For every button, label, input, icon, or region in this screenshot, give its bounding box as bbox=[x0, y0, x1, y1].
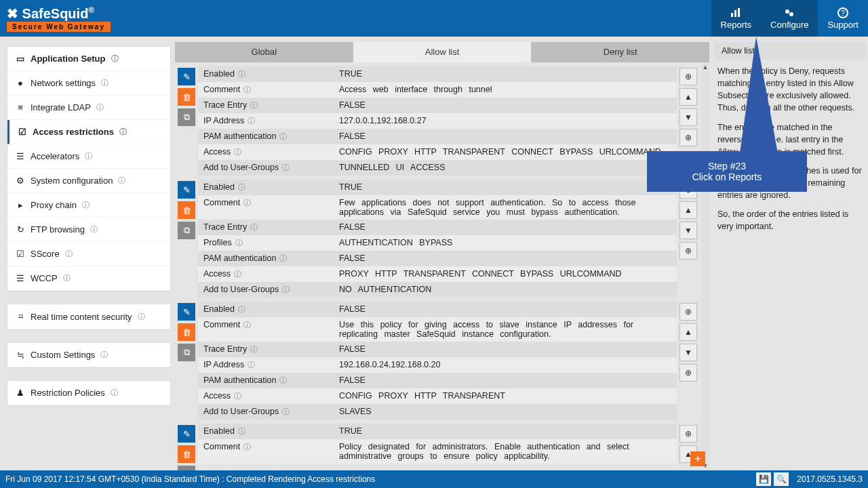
scrollbar[interactable]: ▲ ▼ bbox=[701, 62, 709, 470]
field-value: Access web interface through tunnel bbox=[334, 82, 677, 98]
field-label: Add to User-Groups ⓘ bbox=[198, 160, 334, 176]
sidebar-item-proxy-chain[interactable]: ▸Proxy chainⓘ bbox=[7, 193, 170, 218]
info-icon: ⓘ bbox=[235, 238, 243, 248]
sidebar-item-sscore[interactable]: ☑SScoreⓘ bbox=[7, 242, 170, 266]
info-icon: ⓘ bbox=[238, 426, 245, 436]
delete-button[interactable]: 🗑 bbox=[178, 201, 195, 219]
move-down-button[interactable]: ▼ bbox=[679, 222, 697, 239]
move-top-button[interactable]: ⊕ bbox=[679, 303, 697, 321]
nav-configure[interactable]: Configure bbox=[761, 0, 818, 37]
field-label: IP Address ⓘ bbox=[198, 357, 334, 373]
sidebar-item-label: Restriction Policies bbox=[31, 388, 105, 398]
sidebar-item-restriction-policies[interactable]: ♟Restriction Policiesⓘ bbox=[7, 381, 170, 405]
edit-button[interactable]: ✎ bbox=[178, 181, 195, 199]
info-icon: ⓘ bbox=[250, 344, 258, 354]
field-label: Trace Entry ⓘ bbox=[198, 220, 334, 235]
item-icon: ☑ bbox=[16, 249, 25, 259]
policy-row: Comment ⓘFew applications does not suppo… bbox=[198, 195, 677, 220]
field-value: TRUE bbox=[334, 424, 677, 439]
field-label: Trace Entry ⓘ bbox=[198, 98, 334, 113]
move-up-button[interactable]: ▲ bbox=[679, 88, 697, 106]
info-icon: ⓘ bbox=[243, 320, 251, 339]
save-button[interactable]: 💾 bbox=[756, 472, 771, 486]
field-label: Enabled ⓘ bbox=[198, 66, 334, 82]
gears-icon bbox=[784, 7, 795, 18]
move-bottom-button[interactable]: ⊕ bbox=[679, 242, 697, 260]
policy-row: Add to User-Groups ⓘSLAVES bbox=[198, 404, 677, 420]
item-icon: ☰ bbox=[16, 273, 25, 283]
info-icon: ⓘ bbox=[238, 304, 245, 314]
field-value: CONFIG PROXY HTTP TRANSPARENT bbox=[334, 388, 677, 404]
sidebar-item-real-time-content-security[interactable]: ⌗Real time content securityⓘ bbox=[7, 304, 170, 329]
move-up-button[interactable]: ▲ bbox=[679, 323, 697, 341]
svg-marker-7 bbox=[740, 37, 778, 153]
info-icon: ⓘ bbox=[85, 151, 92, 161]
sidebar-header[interactable]: ▭ Application Setup ⓘ bbox=[7, 47, 170, 71]
move-top-button[interactable]: ⊕ bbox=[679, 425, 697, 443]
item-icon: ⌗ bbox=[16, 311, 25, 322]
copy-button[interactable]: ⧉ bbox=[178, 466, 195, 470]
info-icon: ⓘ bbox=[234, 269, 241, 279]
info-icon: ⓘ bbox=[65, 249, 73, 259]
field-value: FALSE bbox=[334, 98, 677, 113]
policy-row: Profiles ⓘAUTHENTICATION BYPASS bbox=[198, 235, 677, 251]
sidebar-item-integrate-ldap[interactable]: ≡Integrate LDAPⓘ bbox=[7, 96, 170, 120]
move-up-button[interactable]: ▲ bbox=[679, 201, 697, 219]
move-top-button[interactable]: ⊕ bbox=[679, 68, 697, 85]
edit-button[interactable]: ✎ bbox=[178, 303, 195, 321]
move-down-button[interactable]: ▼ bbox=[679, 344, 697, 361]
tab-deny-list[interactable]: Deny list bbox=[531, 42, 709, 62]
svg-text:?: ? bbox=[841, 9, 845, 17]
scroll-up-icon[interactable]: ▲ bbox=[701, 62, 709, 72]
add-policy-button[interactable]: + bbox=[690, 451, 705, 466]
info-icon: ⓘ bbox=[238, 182, 245, 192]
info-icon: ⓘ bbox=[250, 222, 258, 232]
copy-button[interactable]: ⧉ bbox=[178, 108, 195, 126]
copy-button[interactable]: ⧉ bbox=[178, 344, 195, 361]
info-icon: ⓘ bbox=[238, 69, 245, 79]
edit-button[interactable]: ✎ bbox=[178, 425, 195, 443]
delete-button[interactable]: 🗑 bbox=[178, 445, 195, 463]
policy-row: Access ⓘCONFIG PROXY HTTP TRANSPARENT bbox=[198, 388, 677, 404]
nav-support[interactable]: ? Support bbox=[818, 0, 868, 37]
delete-button[interactable]: 🗑 bbox=[178, 323, 195, 341]
tab-global[interactable]: Global bbox=[175, 42, 353, 62]
field-value: AUTHENTICATION BYPASS bbox=[334, 235, 677, 251]
policy-block: ✎🗑⧉Enabled ⓘTRUEComment ⓘFew application… bbox=[175, 180, 700, 298]
policy-row: PAM authentication ⓘFALSE bbox=[198, 251, 677, 266]
copy-button[interactable]: ⧉ bbox=[178, 222, 195, 239]
sidebar-item-accelerators[interactable]: ☰Acceleratorsⓘ bbox=[7, 144, 170, 169]
sidebar-item-wccp[interactable]: ☰WCCPⓘ bbox=[7, 266, 170, 291]
field-value: FALSE bbox=[334, 302, 677, 317]
edit-button[interactable]: ✎ bbox=[178, 68, 195, 85]
item-icon: ☑ bbox=[18, 127, 27, 137]
callout-text: Click on Reports bbox=[692, 171, 762, 182]
item-icon: ⚙ bbox=[16, 176, 25, 186]
move-bottom-button[interactable]: ⊕ bbox=[679, 129, 697, 146]
policy-block: ✎🗑⧉Enabled ⓘFALSEComment ⓘUse this polic… bbox=[175, 302, 700, 420]
tab-allow-list[interactable]: Allow list bbox=[353, 42, 532, 62]
sidebar-item-system-configuration[interactable]: ⚙System configurationⓘ bbox=[7, 169, 170, 193]
field-value: Policy designated for administrators. En… bbox=[334, 439, 677, 464]
move-down-button[interactable]: ▼ bbox=[679, 108, 697, 126]
sidebar-item-custom-settings[interactable]: ≒Custom Settingsⓘ bbox=[7, 343, 170, 367]
nav-reports[interactable]: Reports bbox=[711, 0, 762, 37]
field-label: Access ⓘ bbox=[198, 144, 334, 160]
brand-name: SafeSquid bbox=[22, 6, 89, 21]
delete-button[interactable]: 🗑 bbox=[178, 88, 195, 106]
sidebar-item-network-settings[interactable]: ●Network settingsⓘ bbox=[7, 71, 170, 96]
policy-block: ✎🗑⧉Enabled ⓘTRUEComment ⓘPolicy designat… bbox=[175, 424, 700, 470]
policy-row: PAM authentication ⓘFALSE bbox=[198, 129, 677, 144]
policy-row: IP Address ⓘ192.168.0.24,192.168.0.20 bbox=[198, 357, 677, 373]
move-bottom-button[interactable]: ⊕ bbox=[679, 364, 697, 382]
item-icon: ↻ bbox=[16, 224, 25, 235]
policy-row: Trace Entry ⓘFALSE bbox=[198, 220, 677, 235]
sidebar-item-ftp-browsing[interactable]: ↻FTP browsingⓘ bbox=[7, 218, 170, 242]
sidebar-item-access-restrictions[interactable]: ☑Access restrictionsⓘ bbox=[7, 120, 170, 144]
callout-pointer bbox=[740, 37, 781, 153]
svg-point-3 bbox=[785, 9, 789, 14]
field-label: Add to User-Groups ⓘ bbox=[198, 282, 334, 298]
policy-row: Add to User-Groups ⓘNO AUTHENTICATION bbox=[198, 282, 677, 298]
search-button[interactable]: 🔍 bbox=[774, 472, 789, 486]
info-icon: ⓘ bbox=[96, 102, 104, 113]
